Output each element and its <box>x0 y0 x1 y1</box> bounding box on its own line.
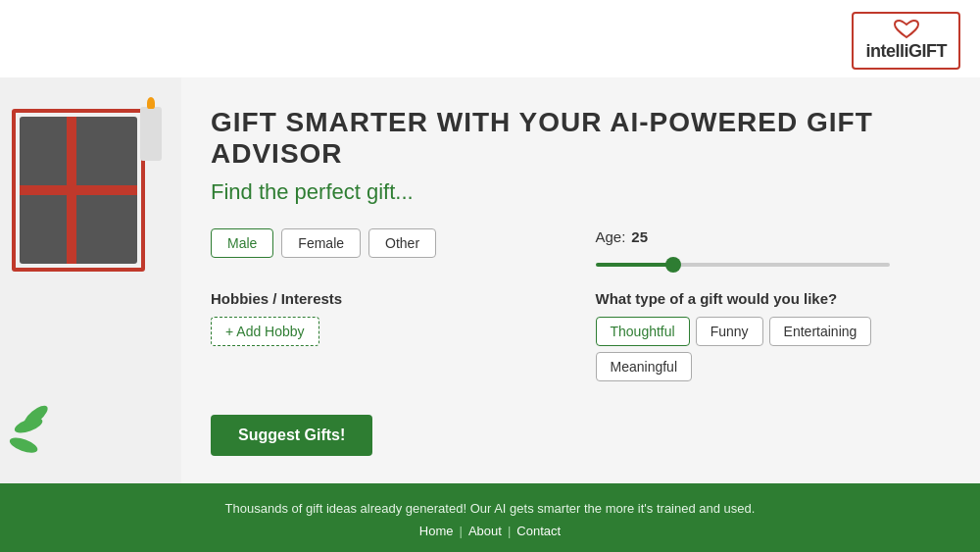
candle-flame <box>147 97 155 109</box>
logo-heart-icon <box>893 20 920 39</box>
gift-type-entertaining[interactable]: Entertaining <box>769 317 872 346</box>
footer-contact-link[interactable]: Contact <box>516 524 561 538</box>
gender-female-button[interactable]: Female <box>281 228 361 258</box>
logo: intelliGIFT <box>852 12 960 70</box>
logo-text-intelli: intelli <box>865 41 908 62</box>
suggest-gifts-button[interactable]: Suggest Gifts! <box>211 415 372 456</box>
gender-other-button[interactable]: Other <box>368 228 436 258</box>
greenery-decor <box>10 415 69 454</box>
gift-type-buttons: Thoughtful Funny Entertaining Meaningful <box>596 317 942 381</box>
gender-section: Male Female Other <box>211 228 557 271</box>
leaf2 <box>8 434 39 456</box>
form-content: GIFT SMARTER WITH YOUR AI-POWERED GIFT A… <box>181 77 980 483</box>
footer-about-link[interactable]: About <box>468 524 502 538</box>
hobbies-section: Hobbies / Interests + Add Hobby <box>211 290 557 381</box>
form-grid: Male Female Other Age: 25 Hobbies / Inte… <box>211 228 941 381</box>
age-value: 25 <box>631 228 648 245</box>
age-section: Age: 25 <box>596 228 942 271</box>
footer-links: Home | About | Contact <box>20 524 960 538</box>
footer-home-link[interactable]: Home <box>419 524 454 538</box>
footer: Thousands of gift ideas already generate… <box>0 483 980 552</box>
gender-male-button[interactable]: Male <box>211 228 273 258</box>
age-slider[interactable] <box>596 263 890 267</box>
gift-type-thoughtful[interactable]: Thoughtful <box>596 317 690 346</box>
logo-text-gift: GIFT <box>908 41 947 62</box>
ribbon-vertical <box>67 117 76 264</box>
footer-separator-2: | <box>508 524 511 538</box>
candle-decor <box>140 107 162 161</box>
ribbon-horizontal <box>20 185 137 195</box>
footer-separator-1: | <box>460 524 463 538</box>
gender-group: Male Female Other <box>211 228 557 258</box>
gift-image <box>0 77 181 483</box>
footer-tagline: Thousands of gift ideas already generate… <box>20 501 960 516</box>
page-subtitle: Find the perfect gift... <box>211 179 941 205</box>
hobbies-title: Hobbies / Interests <box>211 290 557 307</box>
page-title: GIFT SMARTER WITH YOUR AI-POWERED GIFT A… <box>211 107 941 170</box>
header: intelliGIFT <box>0 0 980 77</box>
gift-type-section: What type of a gift would you like? Thou… <box>596 290 942 381</box>
age-label: Age: <box>596 228 626 245</box>
main-content: GIFT SMARTER WITH YOUR AI-POWERED GIFT A… <box>0 77 980 483</box>
gift-type-funny[interactable]: Funny <box>696 317 763 346</box>
gift-type-title: What type of a gift would you like? <box>596 290 942 307</box>
gift-type-meaningful[interactable]: Meaningful <box>596 352 693 381</box>
add-hobby-button[interactable]: + Add Hobby <box>211 317 319 346</box>
